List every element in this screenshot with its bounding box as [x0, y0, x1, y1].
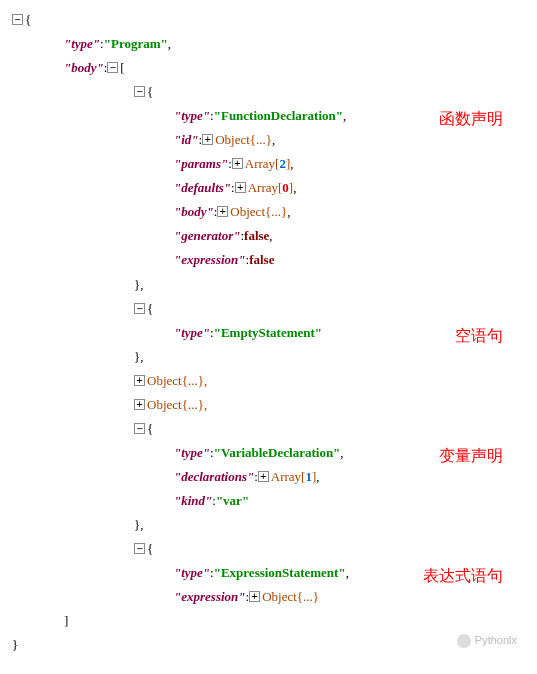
var-decl-open: −{: [4, 417, 533, 441]
expand-icon[interactable]: +: [134, 375, 145, 386]
expand-icon[interactable]: +: [202, 134, 213, 145]
watermark: Pythonlx: [457, 630, 517, 650]
func-decl-body: "body":+Object{...},: [4, 200, 533, 224]
collapse-icon[interactable]: −: [134, 303, 145, 314]
collapse-icon[interactable]: −: [134, 543, 145, 554]
func-decl-defaults: "defaults":+Array[0],: [4, 176, 533, 200]
expand-icon[interactable]: +: [134, 399, 145, 410]
func-decl-type: "type":"FunctionDeclaration",函数声明: [4, 104, 533, 128]
func-decl-params: "params":+Array[2],: [4, 152, 533, 176]
collapse-icon[interactable]: −: [107, 62, 118, 73]
var-decl-close: },: [4, 513, 533, 537]
expand-icon[interactable]: +: [249, 591, 260, 602]
collapsed-obj-2: +Object{...},: [4, 393, 533, 417]
collapsed-obj-1: +Object{...},: [4, 369, 533, 393]
func-decl-close: },: [4, 273, 533, 297]
collapse-icon[interactable]: −: [12, 14, 23, 25]
expand-icon[interactable]: +: [235, 182, 246, 193]
empty-stmt-open: −{: [4, 297, 533, 321]
expr-stmt-expression: "expression":+Object{...}: [4, 585, 533, 609]
func-decl-generator: "generator":false,: [4, 224, 533, 248]
empty-stmt-type: "type":"EmptyStatement"空语句: [4, 321, 533, 345]
expand-icon[interactable]: +: [232, 158, 243, 169]
json-root-open: −{: [4, 8, 533, 32]
expand-icon[interactable]: +: [258, 471, 269, 482]
collapse-icon[interactable]: −: [134, 86, 145, 97]
func-decl-open: −{: [4, 80, 533, 104]
func-decl-id: "id":+Object{...},: [4, 128, 533, 152]
collapse-icon[interactable]: −: [134, 423, 145, 434]
expand-icon[interactable]: +: [217, 206, 228, 217]
program-type: "type":"Program",: [4, 32, 533, 56]
program-body-open: "body":−[: [4, 56, 533, 80]
json-root-close: }: [4, 633, 533, 657]
var-decl-declarations: "declarations":+Array[1],: [4, 465, 533, 489]
func-decl-expression: "expression":false: [4, 248, 533, 272]
body-close: ]: [4, 609, 533, 633]
empty-stmt-close: },: [4, 345, 533, 369]
expr-stmt-type: "type":"ExpressionStatement",表达式语句: [4, 561, 533, 585]
var-decl-kind: "kind":"var": [4, 489, 533, 513]
expr-stmt-open: −{: [4, 537, 533, 561]
var-decl-type: "type":"VariableDeclaration",变量声明: [4, 441, 533, 465]
